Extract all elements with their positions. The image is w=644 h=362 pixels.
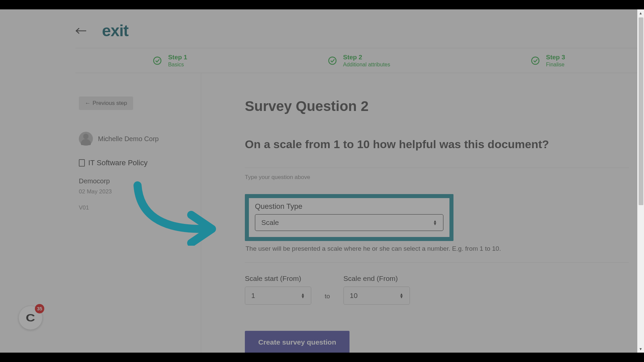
owner-name: Michelle Demo Corp [98, 135, 159, 143]
svg-point-1 [154, 57, 161, 64]
scrollbar-track[interactable]: ▲ ▼ [637, 9, 644, 353]
scale-end-value: 10 [350, 292, 358, 300]
question-type-highlight: Question Type Scale ▲▼ [245, 194, 453, 241]
wizard-steps: Step 1 Basics Step 2 Additional attribut… [75, 48, 642, 73]
scrollbar-thumb[interactable] [639, 17, 643, 205]
widget-logo-icon: C [26, 312, 35, 324]
question-input[interactable]: On a scale from 1 to 10 how helpful was … [245, 138, 629, 151]
step-sub: Basics [168, 62, 187, 68]
step-additional-attributes[interactable]: Step 2 Additional attributes [264, 54, 453, 68]
scale-start-label: Scale start (From) [245, 275, 311, 283]
document-name: IT Software Policy [88, 159, 148, 167]
question-type-label: Question Type [255, 202, 443, 211]
step-sub: Additional attributes [343, 62, 390, 68]
company-name: Democorp [79, 177, 198, 185]
check-circle-icon [328, 56, 337, 65]
previous-step-button[interactable]: ← Previous step [79, 97, 133, 110]
arrow-left-icon: ← [85, 100, 91, 107]
scale-end-label: Scale end (From) [343, 275, 410, 283]
chevron-updown-icon: ▲▼ [399, 293, 404, 298]
step-basics[interactable]: Step 1 Basics [75, 54, 264, 68]
check-circle-icon [153, 56, 162, 65]
scale-to-label: to [325, 293, 330, 305]
step-title: Step 3 [546, 54, 565, 61]
chevron-updown-icon: ▲▼ [433, 220, 437, 225]
previous-step-label: Previous step [93, 100, 127, 107]
question-hint: Type your question above [245, 174, 629, 181]
check-circle-icon [531, 56, 540, 65]
svg-point-2 [329, 57, 336, 64]
notification-badge: 35 [35, 304, 44, 313]
question-type-value: Scale [261, 219, 279, 227]
scroll-arrow-down-icon[interactable]: ▼ [638, 346, 644, 352]
step-title: Step 2 [343, 54, 390, 61]
help-widget-button[interactable]: C 35 [18, 306, 43, 330]
document-date: 02 May 2023 [79, 188, 198, 195]
question-type-select[interactable]: Scale ▲▼ [255, 214, 443, 231]
chevron-updown-icon: ▲▼ [301, 293, 305, 298]
divider [245, 168, 629, 168]
create-survey-question-button[interactable]: Create survey question [245, 331, 350, 354]
scale-start-value: 1 [251, 292, 255, 300]
scale-start-select[interactable]: 1 ▲▼ [245, 287, 311, 305]
avatar [79, 132, 93, 146]
back-arrow-icon[interactable] [75, 27, 87, 34]
exit-link[interactable]: exit [102, 21, 128, 40]
step-title: Step 1 [168, 54, 187, 61]
svg-point-3 [532, 57, 539, 64]
page-title: Survey Question 2 [245, 98, 629, 114]
step-finalise[interactable]: Step 3 Finalise [453, 54, 642, 68]
question-type-description: The user will be presented a scale where… [246, 245, 629, 252]
scroll-arrow-up-icon[interactable]: ▲ [638, 10, 644, 16]
scale-end-select[interactable]: 10 ▲▼ [343, 287, 410, 305]
divider [245, 262, 629, 263]
step-sub: Finalise [546, 62, 565, 68]
document-icon [79, 159, 85, 167]
document-version: V01 [79, 204, 198, 211]
